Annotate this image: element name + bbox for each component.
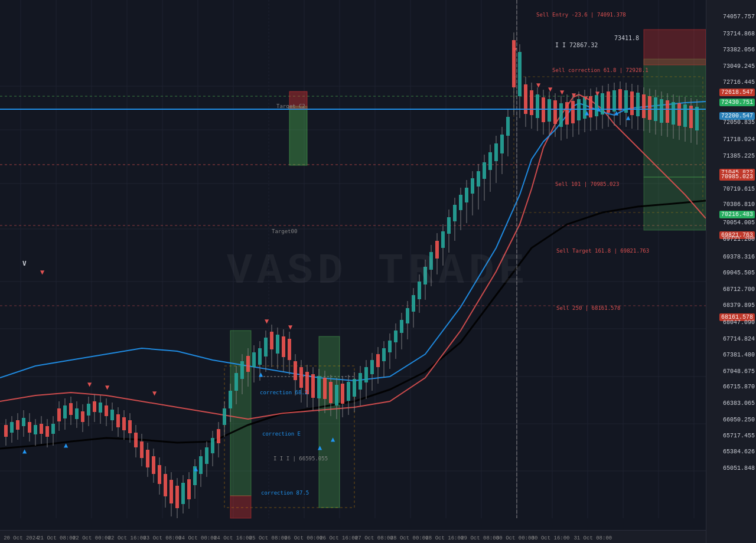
price-label: 72200.547 [719,112,755,120]
time-label: 27 Oct 08:00 [355,535,393,541]
price-label: 72050.835 [723,119,755,126]
svg-text:73411.8: 73411.8 [614,35,639,41]
svg-rect-61 [45,426,49,437]
svg-rect-185 [412,295,415,312]
svg-text:▲: ▲ [259,370,263,378]
svg-rect-225 [530,90,533,115]
price-label: 70985.023 [719,173,755,181]
svg-rect-143 [288,339,291,360]
price-label: 71385.225 [723,153,755,159]
time-label: 26 Oct 16:00 [320,535,358,541]
svg-text:▲: ▲ [626,113,631,122]
svg-rect-95 [146,450,149,467]
time-label: 22 Oct 00:00 [73,535,111,541]
svg-text:▲: ▲ [597,104,601,113]
svg-text:▼: ▼ [595,89,600,97]
svg-rect-85 [116,414,120,427]
time-label: 29 Oct 08:00 [461,535,499,541]
svg-rect-233 [553,100,557,124]
svg-rect-265 [648,96,651,120]
price-label: 66383.065 [723,400,755,407]
svg-rect-209 [483,162,486,179]
svg-rect-171 [370,360,374,374]
svg-rect-217 [506,117,510,136]
svg-rect-189 [423,267,427,284]
svg-rect-0 [0,0,706,530]
svg-rect-249 [601,93,604,115]
svg-text:Sell Entry -23.6 | 74091.378: Sell Entry -23.6 | 74091.378 [536,12,626,18]
svg-rect-213 [494,143,498,161]
svg-text:Target00: Target00 [272,228,297,234]
svg-rect-271 [666,100,669,123]
price-label: 65384.626 [723,449,755,455]
svg-text:▼: ▼ [288,323,293,331]
time-label: 30 Oct 16:00 [532,535,570,541]
price-label: 71718.024 [723,136,755,143]
svg-rect-145 [294,361,297,380]
svg-text:correction E: correction E [262,431,301,437]
svg-rect-197 [447,217,451,234]
svg-rect-181 [400,320,403,333]
svg-text:▼: ▼ [572,91,576,99]
svg-rect-115 [205,447,208,464]
price-label: 68379.895 [723,302,755,309]
svg-rect-169 [364,367,368,382]
svg-rect-67 [63,405,67,418]
svg-rect-91 [134,433,138,447]
svg-rect-147 [299,367,303,388]
svg-rect-119 [217,429,220,443]
svg-rect-57 [34,425,37,434]
price-label: 68712.700 [723,286,755,293]
svg-text:correction 87.5: correction 87.5 [261,490,309,496]
svg-rect-97 [152,456,155,474]
price-label: 65717.455 [723,433,755,439]
svg-rect-199 [453,205,457,221]
svg-rect-87 [122,417,126,430]
svg-rect-105 [175,486,179,508]
svg-text:▲: ▲ [194,465,198,473]
price-axis: 74057.75773714.86873382.05673049.2457271… [706,0,756,543]
svg-rect-73 [81,411,84,422]
time-label: 31 Oct 08:00 [573,535,612,541]
svg-rect-49 [10,422,14,433]
svg-rect-81 [105,405,108,416]
price-label: 70216.483 [719,211,755,218]
price-label: 73714.868 [723,31,755,37]
svg-rect-59 [40,424,43,434]
svg-rect-229 [542,97,545,122]
price-label: 73382.056 [723,47,755,53]
svg-rect-129 [246,356,250,372]
svg-rect-127 [240,361,244,379]
price-label: 66050.250 [723,417,755,423]
svg-rect-77 [93,401,96,412]
price-label: 72430.751 [719,99,755,106]
svg-rect-195 [441,231,445,248]
svg-rect-215 [500,135,504,153]
price-label: 69721.200 [723,236,755,243]
svg-rect-137 [270,332,273,349]
svg-rect-167 [359,373,362,390]
svg-text:Sell 250 | 68161.578: Sell 250 | 68161.578 [556,305,620,311]
svg-rect-63 [51,424,55,434]
svg-rect-43 [644,30,706,65]
svg-rect-201 [459,195,462,210]
svg-text:▼: ▼ [560,88,565,96]
svg-text:▼: ▼ [548,85,553,93]
time-label: 25 Oct 08:00 [249,535,288,541]
svg-text:▲: ▲ [614,109,619,117]
svg-rect-187 [418,282,421,299]
svg-rect-47 [4,425,8,437]
svg-rect-183 [406,308,409,323]
svg-rect-173 [376,354,380,367]
svg-rect-121 [223,408,226,425]
svg-rect-75 [87,404,90,416]
svg-rect-83 [110,410,114,420]
svg-rect-71 [75,408,79,419]
svg-rect-177 [388,341,392,352]
svg-rect-261 [636,93,640,116]
price-label: 70719.615 [723,186,755,192]
svg-text:I I 72867.32: I I 72867.32 [555,42,598,48]
main-chart-svg: Sell Entry -23.6 | 74091.378 Sell correc… [0,0,706,530]
price-label: 67714.824 [723,336,755,342]
svg-text:▲: ▲ [64,441,69,449]
